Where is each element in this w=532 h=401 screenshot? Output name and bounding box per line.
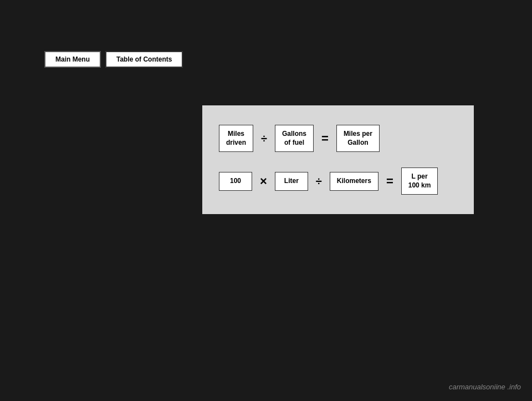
formula-box-liter: Liter — [275, 172, 308, 191]
watermark-text: carmanualsoniine .info — [449, 383, 521, 391]
nav-buttons: Main Menu Table of Contents — [44, 51, 183, 68]
formula-box-kilometers: Kilometers — [330, 172, 378, 191]
formula-box-miles-driven: Milesdriven — [219, 125, 253, 152]
equals-operator-1: = — [321, 133, 329, 145]
formula-row-1: Milesdriven ÷ Gallonsof fuel = Miles per… — [219, 125, 457, 152]
formula-box-100: 100 — [219, 172, 252, 191]
formula-row-2: 100 × Liter ÷ Kilometers = L per100 km — [219, 167, 457, 195]
multiply-operator: × — [260, 175, 267, 187]
equals-operator-2: = — [386, 175, 393, 187]
main-menu-button[interactable]: Main Menu — [44, 51, 101, 68]
watermark: carmanualsoniine .info — [449, 383, 521, 391]
formula-container: Milesdriven ÷ Gallonsof fuel = Miles per… — [202, 105, 474, 214]
formula-box-miles-per-gallon: Miles perGallon — [336, 125, 380, 152]
divide-operator-2: ÷ — [316, 176, 322, 187]
divide-operator-1: ÷ — [261, 133, 267, 144]
formula-box-l-per-100km: L per100 km — [401, 167, 438, 195]
formula-box-gallons-of-fuel: Gallonsof fuel — [275, 125, 314, 152]
table-of-contents-button[interactable]: Table of Contents — [105, 51, 183, 68]
page-content: Main Menu Table of Contents Milesdriven … — [0, 0, 532, 401]
